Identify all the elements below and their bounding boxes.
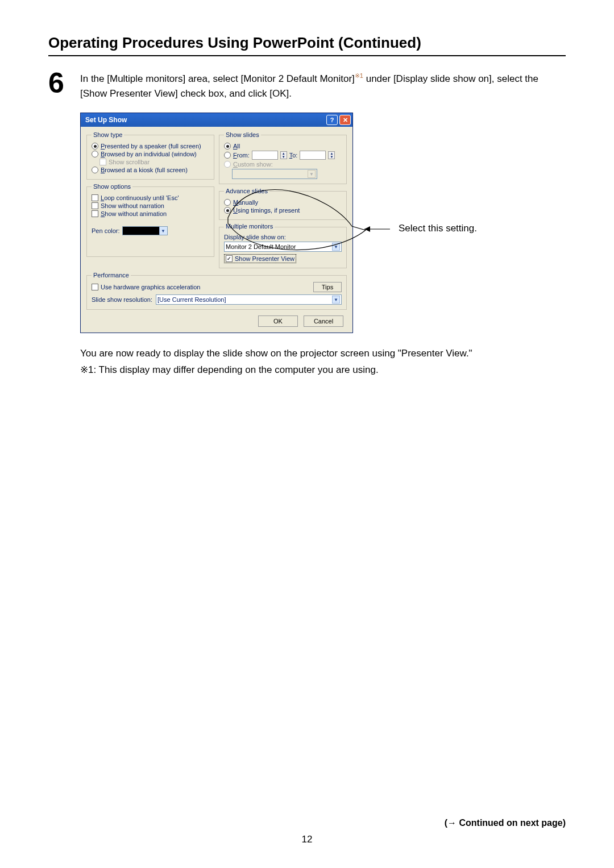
show-slides-legend: Show slides: [224, 131, 261, 138]
checkbox-label: Loop continuously until 'Esc': [101, 194, 179, 201]
multiple-monitors-legend: Multiple monitors: [224, 223, 275, 230]
from-input[interactable]: [252, 151, 278, 160]
from-spinner[interactable]: ▲▼: [280, 151, 287, 159]
checkbox-show-presenter-view[interactable]: Show Presenter View: [224, 254, 296, 263]
resolution-label: Slide show resolution:: [92, 296, 152, 303]
checkbox-loop[interactable]: Loop continuously until 'Esc': [92, 194, 209, 201]
checkbox-label: Show without narration: [101, 202, 164, 209]
to-input[interactable]: [300, 151, 326, 160]
radio-label: Browsed by an individual (window): [101, 151, 197, 157]
show-type-group: Show type Presented by a speaker (full s…: [86, 131, 214, 180]
radio-all[interactable]: All: [224, 143, 342, 149]
step-text: In the [Multiple monitors] area, select …: [80, 69, 566, 101]
checkbox-icon: [92, 210, 98, 217]
checkbox-label: Show Presenter View: [235, 255, 294, 262]
continued-note: (→ Continued on next page): [445, 818, 566, 828]
dialog-titlebar: Set Up Show ? ✕: [81, 113, 352, 127]
performance-legend: Performance: [92, 272, 131, 279]
chevron-down-icon: ▼: [332, 243, 340, 251]
radio-custom-show: Custom show:: [224, 161, 342, 168]
checkbox-label: Show without animation: [101, 210, 167, 217]
from-label: From:: [233, 152, 250, 159]
radio-icon: [92, 151, 98, 157]
radio-using-timings[interactable]: Using timings, if present: [224, 207, 342, 214]
checkbox-no-animation[interactable]: Show without animation: [92, 210, 209, 217]
checkbox-hw-accel[interactable]: Use hardware graphics acceleration: [92, 284, 313, 290]
set-up-show-dialog: Set Up Show ? ✕ Show type Presented by a…: [80, 113, 353, 333]
checkbox-icon: [92, 284, 98, 290]
radio-label: Manually: [233, 199, 258, 206]
svg-marker-1: [364, 226, 370, 232]
show-options-legend: Show options: [92, 183, 132, 190]
monitor-value: Monitor 2 Default Monitor: [226, 243, 332, 250]
resolution-value: [Use Current Resolution]: [157, 296, 332, 303]
checkbox-label: Use hardware graphics acceleration: [101, 284, 200, 290]
checkbox-no-narration[interactable]: Show without narration: [92, 202, 209, 209]
checkbox-show-scrollbar: Show scrollbar: [99, 159, 209, 165]
checkbox-icon: [92, 194, 98, 201]
monitor-dropdown[interactable]: Monitor 2 Default Monitor ▼: [224, 242, 342, 252]
callout-text: Select this setting.: [399, 223, 477, 234]
radio-browsed-kiosk[interactable]: Browsed at a kiosk (full screen): [92, 167, 209, 173]
show-options-group: Show options Loop continuously until 'Es…: [86, 183, 214, 257]
to-spinner[interactable]: ▲▼: [328, 151, 335, 159]
step-number: 6: [48, 69, 80, 97]
pen-color-dropdown[interactable]: ▼: [122, 226, 168, 235]
checkbox-icon: [226, 255, 233, 262]
post-text-1: You are now ready to display the slide s…: [80, 346, 566, 362]
dialog-title: Set Up Show: [85, 113, 127, 127]
radio-icon: [224, 161, 231, 168]
multiple-monitors-group: Multiple monitors Display slide show on:…: [219, 223, 347, 268]
advance-slides-legend: Advance slides: [224, 188, 269, 194]
cancel-button[interactable]: Cancel: [304, 315, 343, 327]
post-text-2: ※1: This display may differ depending on…: [80, 362, 566, 379]
radio-label: Using timings, if present: [233, 207, 300, 214]
radio-icon: [92, 167, 98, 173]
radio-icon: [92, 143, 98, 149]
custom-show-dropdown: ▼: [232, 169, 317, 179]
radio-icon: [224, 143, 231, 149]
radio-label: Presented by a speaker (full screen): [101, 143, 201, 149]
radio-label: Custom show:: [233, 161, 273, 168]
performance-group: Performance Use hardware graphics accele…: [86, 272, 347, 310]
display-on-label: Display slide show on:: [224, 234, 342, 240]
radio-presented-by-speaker[interactable]: Presented by a speaker (full screen): [92, 143, 209, 149]
help-button[interactable]: ?: [326, 115, 338, 125]
radio-icon: [224, 207, 231, 214]
checkbox-icon: [92, 202, 98, 209]
tips-button[interactable]: Tips: [313, 282, 342, 292]
page-title: Operating Procedures Using PowerPoint (C…: [48, 34, 566, 52]
radio-label: Browsed at a kiosk (full screen): [101, 167, 188, 173]
footnote-ref: ※1: [355, 72, 363, 79]
radio-icon: [224, 199, 231, 206]
radio-browsed-individual[interactable]: Browsed by an individual (window): [92, 151, 209, 157]
checkbox-label: Show scrollbar: [109, 159, 150, 165]
close-button[interactable]: ✕: [339, 115, 351, 125]
chevron-down-icon: ▼: [159, 227, 167, 235]
radio-icon: [224, 152, 231, 159]
callout-bridge-mask: [231, 215, 249, 218]
chevron-down-icon: ▼: [308, 170, 316, 178]
ok-button[interactable]: OK: [258, 315, 298, 327]
radio-manually[interactable]: Manually: [224, 199, 342, 206]
to-label: To:: [289, 152, 298, 159]
show-slides-group: Show slides All From: ▲▼ To:: [219, 131, 347, 184]
title-divider: [48, 55, 566, 56]
show-type-legend: Show type: [92, 131, 124, 138]
radio-from-to[interactable]: From: ▲▼ To: ▲▼: [224, 151, 342, 160]
checkbox-icon: [99, 159, 106, 165]
step-text-part1: In the [Multiple monitors] area, select …: [80, 73, 355, 84]
resolution-dropdown[interactable]: [Use Current Resolution] ▼: [156, 294, 342, 305]
page-number: 12: [0, 834, 614, 845]
pen-color-label: Pen color:: [92, 227, 120, 234]
radio-label: All: [233, 143, 240, 149]
chevron-down-icon: ▼: [332, 296, 340, 304]
